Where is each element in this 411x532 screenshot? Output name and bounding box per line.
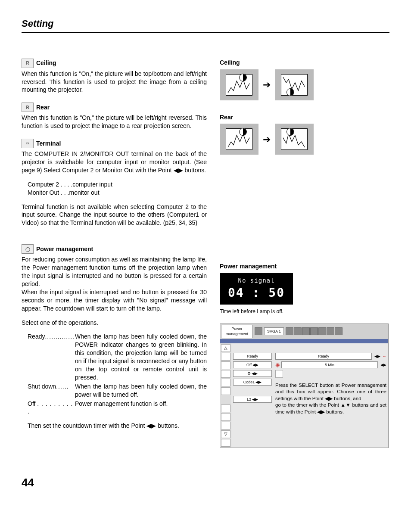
pm-section: ◯ Power management For reducing power co… [22, 244, 207, 430]
pm-ready-row: Ready.............. When the lamp has be… [28, 333, 207, 381]
ceiling-title: Ceiling [36, 59, 56, 67]
page-number: 44 [22, 474, 389, 490]
osd-item-off: Off◀▶ [233, 361, 272, 368]
osd-item-fan: ⚙◀▶ [233, 370, 272, 377]
rear-title: Rear [36, 103, 50, 112]
no-signal-text: No signal [220, 277, 293, 285]
ceiling-diagram: ➔ [220, 69, 388, 100]
arrow-right-icon: ➔ [263, 78, 271, 91]
pm-shutdown-row: Shut down...... When the lamp has been f… [28, 383, 207, 399]
pm-title: Power management [36, 245, 93, 253]
osd-note-1: Press the SELECT button at Power managem… [275, 383, 386, 401]
terminal-body-1: The COMPUTER IN 2/MONITOR OUT terminal o… [22, 150, 207, 174]
osd-item-code1: Code1◀▶ [233, 379, 272, 386]
down-arrow-icon: ▽ [221, 430, 230, 438]
arrow-right-icon: ➔ [263, 133, 271, 146]
pm-select: Select one of the operations. [22, 319, 207, 327]
timer-caption: Time left before Lamp is off. [220, 308, 388, 315]
pm-body-1: For reducing power consumption as well a… [22, 255, 207, 288]
page-title: Setting [22, 17, 389, 33]
osd-header-label: Power management [221, 325, 253, 338]
pm-off-row: Off . . . . . . . . . . Power management… [28, 400, 207, 416]
pm-diagram-title: Power management [220, 262, 388, 271]
pm-then: Then set the countdown timer with the Po… [28, 422, 207, 430]
ceiling-section: R Ceiling When this function is "On," th… [22, 59, 207, 94]
terminal-row-computer2: Computer 2 . . . .computer input [28, 180, 207, 189]
terminal-row-monitorout: Monitor Out . . .monitor out [28, 189, 207, 197]
rear-body: When this function is "On," the picture … [22, 114, 207, 130]
content-columns: R Ceiling When this function is "On," th… [22, 59, 389, 448]
timer-text: 04 : 50 [220, 285, 293, 301]
terminal-body-2: Terminal function is not available when … [22, 203, 207, 227]
bulb-icon: ◯ [22, 244, 34, 254]
no-signal-box: No signal 04 : 50 [220, 273, 293, 305]
ceiling-diagram-title: Ceiling [220, 59, 388, 67]
osd-item-ready: Ready [233, 353, 272, 360]
terminal-section: ▭ Terminal The COMPUTER IN 2/MONITOR OUT… [22, 139, 207, 227]
rear-diagram-title: Rear [220, 113, 388, 121]
pm-body-2: When the input signal is interrupted and… [22, 288, 207, 313]
terminal-title: Terminal [36, 140, 61, 148]
rear-section: R Rear When this function is "On," the p… [22, 103, 207, 130]
osd-sidebar: △ ▽ [220, 343, 231, 448]
osd-note-2: go to the timer with the Point ▲▼ button… [275, 402, 386, 414]
osd-menu: Power management SVGA 1 △ ▽ [220, 324, 389, 448]
right-column: Ceiling ➔ Rear ➔ Power m [220, 59, 388, 448]
up-arrow-icon: △ [221, 344, 230, 352]
left-column: R Ceiling When this function is "On," th… [22, 59, 207, 448]
osd-popup-min: 5 Min [281, 361, 378, 368]
osd-header: Power management SVGA 1 [220, 324, 388, 339]
ceiling-icon: R [22, 59, 34, 68]
osd-header-icon [255, 327, 262, 335]
ceiling-body: When this function is "On," the picture … [22, 70, 207, 94]
rear-diagram: ➔ [220, 124, 388, 155]
osd-tab-icons [286, 327, 342, 335]
terminal-icon: ▭ [22, 139, 34, 148]
osd-mode-label: SVGA 1 [264, 327, 284, 335]
rear-icon: R [22, 103, 34, 112]
osd-item-l2: L2◀▶ [233, 396, 272, 403]
osd-popup-ready: Ready [275, 353, 372, 360]
